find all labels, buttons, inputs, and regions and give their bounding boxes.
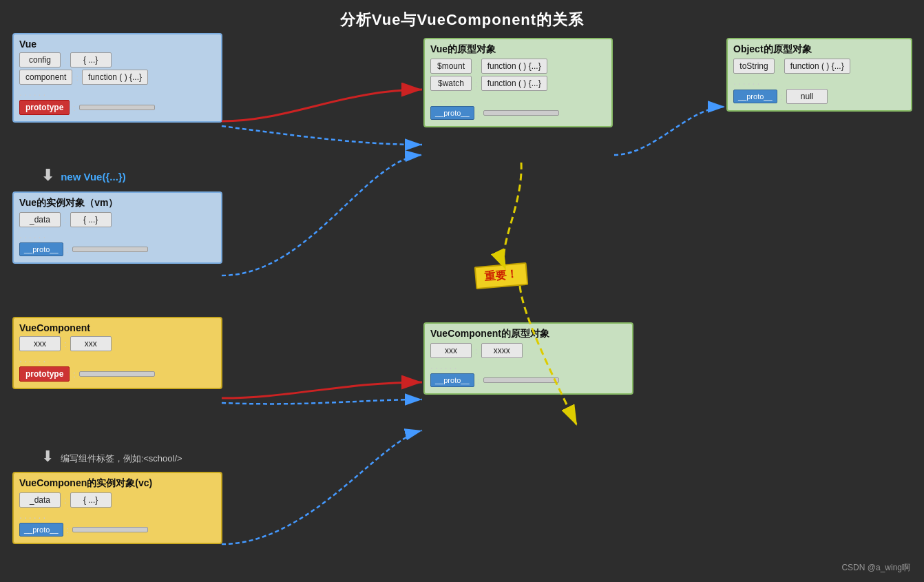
vc-inst-data-row: _data : { ...} [19,492,216,508]
vue-instance-title: Vue的实例对象（vm） [19,197,216,209]
vm-data-row: _data : { ...} [19,212,216,227]
colon1: : [62,55,69,65]
vue-component-box: VueComponent xxx : xxx ...... prototype … [12,317,222,389]
vue-config-value: { ...} [70,52,112,67]
vue-config-row: config : { ...} [19,52,216,67]
vc-inst-proto-key: __proto__ [19,523,63,537]
vue-component-key: component [19,70,72,85]
vc-inst-data-key: _data [19,492,61,508]
vc-xxx-key: xxx [19,336,61,351]
colon10: : [65,245,72,255]
write-tag-label: 编写组件标签，例如:<school/> [61,453,182,464]
vc-proto-proto-row: __proto__ : [430,373,627,387]
vc-inst-dots: ...... [19,510,216,521]
obj-proto-title: Object的原型对象 [733,43,905,56]
mount-value: function ( ) {...} [481,59,547,74]
colon13: : [473,346,480,356]
vue-proto-title: Vue的原型对象 [430,43,606,56]
vc-instance-title: VueComponen的实例对象(vc) [19,477,216,490]
tostring-value: function ( ) {...} [784,59,850,74]
vc-dots1: ...... [19,353,216,364]
watch-key: $watch [430,76,472,91]
watch-value: function ( ) {...} [481,76,547,91]
colon12: : [71,369,78,380]
vue-proto-box: Vue的原型对象 $mount : function ( ) {...} $wa… [423,38,613,127]
vc-xxx-row: xxx : xxx [19,336,216,351]
vc-prototype-value [79,371,155,377]
tostring-key: toString [733,59,775,74]
tostring-row: toString : function ( ) {...} [733,59,905,74]
important-badge: 重要！ [474,262,529,289]
vue-prototype-value [79,105,155,110]
vc-inst-data-value: { ...} [70,492,112,508]
vc-proto-proto-value [483,377,559,383]
vc-proto-xxx-key: xxx [430,343,472,358]
vm-data-value: { ...} [70,212,112,227]
vc-prototype-key: prototype [19,366,70,382]
vc-xxx-value: xxx [70,336,112,351]
vc-proto-dots: ...... [430,360,627,371]
vc-proto-title: VueComponent的原型对象 [430,328,627,340]
colon16: : [65,525,72,535]
vm-proto-key: __proto__ [19,242,63,256]
new-vue-label: new Vue({...}) [61,171,125,183]
vue-instance-box: Vue的实例对象（vm） _data : { ...} ...... __pro… [12,191,222,264]
vm-data-key: _data [19,212,61,227]
vue-proto-proto-row: __proto__ : [430,106,606,120]
vc-proto-xxx-row: xxx : xxxx [430,343,627,358]
colon14: : [476,375,483,386]
vc-inst-proto-value [72,527,148,532]
vue-component-row: component : function ( ) {...} [19,70,216,85]
colon11: : [62,339,69,349]
colon7: : [776,61,783,72]
vc-box-title: VueComponent [19,322,216,333]
vm-dots: ...... [19,229,216,240]
obj-proto-box: Object的原型对象 toString : function ( ) {...… [726,38,912,112]
obj-proto-proto-row: __proto__ : null [733,89,905,104]
page-title: 分析Vue与VueComponent的关系 [0,0,924,30]
vc-proto-proto-key: __proto__ [430,373,474,387]
vue-proto-proto-key: __proto__ [430,106,474,120]
vue-box: Vue config : { ...} component : function… [12,33,222,123]
vue-proto-dots: ...... [430,93,606,104]
vue-box-title: Vue [19,39,216,50]
vc-proto-box: VueComponent的原型对象 xxx : xxxx ...... __pr… [423,322,633,395]
colon9: : [62,215,69,225]
vm-proto-value [72,247,148,252]
vc-proto-xxx-value: xxxx [481,343,523,358]
new-vue-text: ⬇ new Vue({...}) [41,167,126,185]
obj-proto-dots: ...... [733,76,905,87]
vc-instance-box: VueComponen的实例对象(vc) _data : { ...} ....… [12,472,222,544]
vc-inst-proto-row: __proto__ : [19,523,216,537]
vc-prototype-row: prototype : [19,366,216,382]
vue-prototype-key: prototype [19,100,70,115]
colon5: : [473,79,480,89]
watermark: CSDN @a_wing啊 [841,562,910,574]
vm-proto-row: __proto__ : [19,242,216,256]
write-tag-text: ⬇ 编写组件标签，例如:<school/> [41,448,182,466]
colon3: : [71,103,78,113]
colon4: : [473,61,480,72]
colon2: : [74,72,81,83]
colon8: : [779,92,786,102]
vue-prototype-row: prototype : [19,100,216,115]
vue-dots1: ...... [19,87,216,98]
obj-proto-proto-key: __proto__ [733,90,777,103]
obj-proto-proto-value: null [786,89,828,104]
mount-row: $mount : function ( ) {...} [430,59,606,74]
mount-key: $mount [430,59,472,74]
vue-config-key: config [19,52,61,67]
vue-component-value: function ( ) {...} [82,70,148,85]
colon6: : [476,108,483,118]
colon15: : [62,495,69,506]
vue-proto-proto-value [483,110,559,116]
watch-row: $watch : function ( ) {...} [430,76,606,91]
